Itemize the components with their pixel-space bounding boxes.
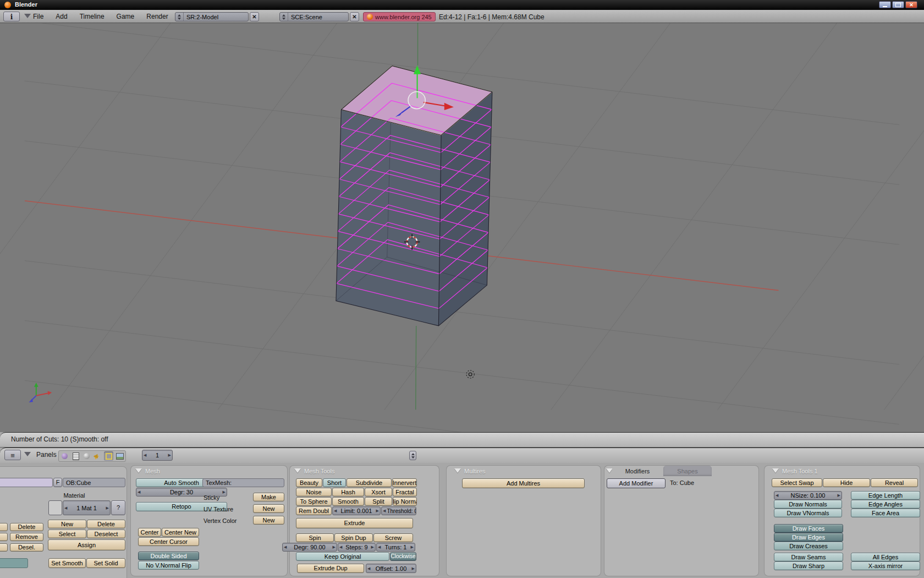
clipped-button[interactable]: [0, 533, 8, 541]
3d-viewport[interactable]: (1) Cube: [0, 23, 924, 432]
beauty-toggle[interactable]: Beauty: [296, 478, 322, 487]
material-new-button[interactable]: New: [48, 520, 86, 528]
set-smooth-button[interactable]: Set Smooth: [48, 558, 86, 568]
center-new-button[interactable]: Center New: [162, 528, 199, 537]
rem-doubles-button[interactable]: Rem Doubl: [296, 506, 332, 515]
screen-selector[interactable]: SR:2-Model: [175, 12, 249, 21]
tab-modifiers[interactable]: Modifiers: [612, 466, 663, 476]
panel-align-stepper[interactable]: [409, 451, 416, 460]
vgroup-remove-button[interactable]: Remove: [10, 533, 43, 541]
collapse-triangle-icon[interactable]: [454, 468, 461, 473]
spin-button[interactable]: Spin: [296, 533, 334, 542]
screw-button[interactable]: Screw: [373, 533, 413, 542]
draw-seams-toggle[interactable]: Draw Seams: [774, 553, 843, 561]
noise-button[interactable]: Noise: [296, 488, 332, 497]
limit-stepper[interactable]: Limit: 0.001: [332, 506, 381, 515]
editing-icon[interactable]: [104, 451, 113, 461]
flip-normal-button[interactable]: Flip Normal: [393, 497, 417, 506]
offset-stepper[interactable]: Offset: 1.00: [366, 564, 416, 573]
subdivide-button[interactable]: Subdivide: [346, 478, 392, 487]
collapse-triangle-icon[interactable]: [135, 468, 142, 473]
minimize-button[interactable]: [879, 1, 891, 8]
double-sided-toggle[interactable]: Double Sided: [138, 552, 199, 560]
draw-edges-toggle[interactable]: Draw Edges: [774, 533, 843, 542]
texmesh-field[interactable]: TexMesh:: [202, 478, 284, 487]
uv-texture-new-button[interactable]: New: [253, 504, 284, 513]
spin-degr-stepper[interactable]: Degr: 90.00: [282, 543, 337, 552]
extrude-button[interactable]: Extrude: [296, 518, 413, 528]
shading-icon[interactable]: [82, 451, 91, 461]
add-multires-button[interactable]: Add Multires: [462, 478, 585, 488]
short-toggle[interactable]: Short: [323, 478, 346, 487]
menu-timeline[interactable]: Timeline: [79, 13, 106, 20]
draw-faces-toggle[interactable]: Draw Faces: [774, 524, 843, 533]
face-area-toggle[interactable]: Face Area: [851, 509, 920, 517]
xsort-button[interactable]: Xsort: [365, 488, 392, 497]
edge-length-toggle[interactable]: Edge Length: [851, 491, 920, 500]
set-solid-button[interactable]: Set Solid: [86, 558, 125, 568]
object-name-field[interactable]: OB:Cube: [63, 478, 125, 487]
clipped-teal-field[interactable]: [0, 558, 28, 568]
script-icon[interactable]: [71, 451, 80, 461]
spin-dup-button[interactable]: Spin Dup: [334, 533, 373, 542]
stepper-icon[interactable]: [280, 13, 288, 21]
scene-selector[interactable]: SCE:Scene: [279, 12, 349, 21]
draw-vnormals-toggle[interactable]: Draw VNormals: [774, 509, 842, 517]
window-type-button[interactable]: [3, 12, 20, 21]
select-swap-button[interactable]: Select Swap: [772, 478, 822, 487]
frame-stepper[interactable]: 1: [142, 450, 173, 461]
keep-original-toggle[interactable]: Keep Original: [296, 552, 389, 561]
sticky-make-button[interactable]: Make: [253, 493, 284, 501]
material-assign-button[interactable]: Assign: [48, 539, 125, 550]
turns-stepper[interactable]: Turns: 1: [376, 543, 415, 552]
material-deselect-button[interactable]: Deselect: [87, 530, 125, 538]
clipped-button[interactable]: [0, 543, 8, 552]
to-sphere-button[interactable]: To Sphere: [296, 497, 332, 506]
reveal-button[interactable]: Reveal: [871, 478, 918, 487]
stepper-icon[interactable]: [175, 13, 184, 21]
scene-icon[interactable]: [115, 451, 124, 461]
draw-creases-toggle[interactable]: Draw Creases: [774, 542, 843, 550]
scene-delete-button[interactable]: [350, 12, 359, 21]
material-index-stepper[interactable]: 1 Mat 1: [63, 500, 111, 515]
object-icon[interactable]: [93, 451, 102, 461]
draw-sharp-toggle[interactable]: Draw Sharp: [774, 561, 843, 570]
all-edges-toggle[interactable]: All Edges: [851, 553, 920, 561]
clockwise-toggle[interactable]: Clockwise: [390, 552, 416, 561]
screen-delete-button[interactable]: [250, 12, 259, 21]
edge-angles-toggle[interactable]: Edge Angles: [851, 500, 920, 509]
vgroup-desel-button[interactable]: Desel.: [10, 543, 43, 552]
buttons-window-type-button[interactable]: [4, 450, 21, 460]
collapse-triangle-icon[interactable]: [772, 468, 779, 473]
lamp-object[interactable]: [466, 370, 474, 378]
vertex-group-field[interactable]: [0, 478, 53, 487]
center-button[interactable]: Center: [138, 528, 161, 537]
material-color-swatch[interactable]: [48, 500, 62, 515]
material-delete-button[interactable]: Delete: [87, 520, 125, 528]
material-help-button[interactable]: ?: [111, 500, 125, 515]
innervert-menu[interactable]: Innervert: [392, 478, 417, 487]
vgroup-delete-button[interactable]: Delete: [10, 523, 43, 531]
no-vnormal-flip-toggle[interactable]: No V.Normal Flip: [138, 561, 199, 570]
logic-icon[interactable]: [60, 451, 69, 461]
header-collapse-icon[interactable]: [24, 14, 31, 18]
blender-version-badge[interactable]: www.blender.org 245: [363, 12, 436, 21]
maximize-button[interactable]: [892, 1, 904, 8]
steps-stepper[interactable]: Steps: 9: [338, 543, 376, 552]
x-axis-mirror-toggle[interactable]: X-axis mirror: [851, 561, 920, 570]
extrude-dup-button[interactable]: Extrude Dup: [297, 564, 364, 573]
split-button[interactable]: Split: [365, 497, 392, 506]
manipulator-circle[interactable]: [408, 91, 425, 108]
collapse-triangle-icon[interactable]: [294, 468, 301, 473]
smooth-button[interactable]: Smooth: [332, 497, 364, 506]
material-select-button[interactable]: Select: [48, 530, 86, 538]
hash-button[interactable]: Hash: [332, 488, 364, 497]
threshold-stepper[interactable]: Threshold: 0.010: [381, 506, 416, 515]
tab-shapes[interactable]: Shapes: [663, 466, 712, 476]
hide-button[interactable]: Hide: [823, 478, 870, 487]
menu-render[interactable]: Render: [145, 13, 169, 20]
clipped-button[interactable]: [0, 523, 8, 531]
fake-user-button[interactable]: F: [53, 478, 62, 487]
header-collapse-icon[interactable]: [24, 452, 31, 456]
menu-add[interactable]: Add: [54, 13, 68, 20]
